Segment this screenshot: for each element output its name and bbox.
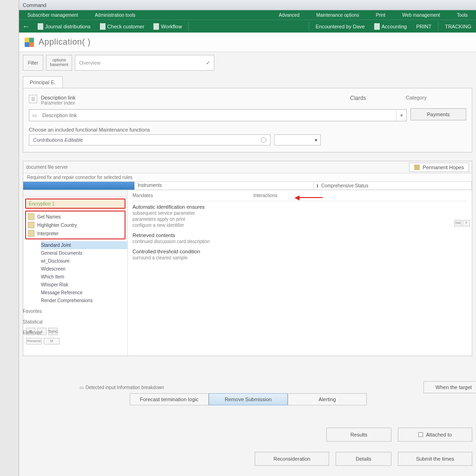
tree-item[interactable]: Get Names <box>26 212 125 221</box>
toolbar: Filter options basement Overview ✓ <box>23 55 472 71</box>
tree-item[interactable]: Widescreen <box>41 265 127 273</box>
window-titlebar: Command <box>19 0 476 10</box>
content-col-header: Interactions <box>253 193 467 201</box>
rename-button[interactable]: Rename <box>26 338 42 344</box>
tree-item[interactable]: Whisper Risk <box>41 281 127 289</box>
bottom-tab[interactable]: Alerting <box>288 393 367 405</box>
submit-button[interactable]: Submit the times <box>398 452 472 466</box>
ribbon: Subscriber management Administration too… <box>19 10 476 33</box>
ribbon-tab[interactable]: Print <box>368 13 394 18</box>
ribbon-cmd[interactable]: Encountered by Dave <box>311 24 370 29</box>
overview-field[interactable]: Overview ✓ <box>75 55 214 71</box>
ribbon-cmd[interactable]: Workflow <box>149 23 186 30</box>
panel-subheading: Parameter index <box>41 100 76 106</box>
check-icon: ✓ <box>206 60 210 66</box>
description-input[interactable] <box>40 110 396 121</box>
ribbon-cmd[interactable]: Check customer <box>95 23 149 30</box>
options-button[interactable]: options basement <box>46 55 72 71</box>
tree-item[interactable]: Highlighter Country <box>26 221 125 229</box>
tree-item[interactable]: wl_Disclosure <box>41 257 127 265</box>
editor-content: Mandates Interactions Automatic identifi… <box>128 190 472 356</box>
field-icon: ▭ <box>29 110 40 121</box>
ribbon-cmd[interactable]: PRINT <box>411 24 436 29</box>
doc-icon <box>374 23 380 30</box>
status-label: ▭ Detected input Information breakdown <box>79 385 164 390</box>
folder-icon <box>28 222 34 228</box>
target-button[interactable]: When the target <box>423 381 476 393</box>
main-panel: ☰ Description link Parameter index Clard… <box>23 88 472 152</box>
clear-icon[interactable] <box>261 137 266 143</box>
doc-icon <box>38 23 43 30</box>
editor-subhead: Required fix and repair connector for se… <box>23 173 472 182</box>
ribbon-tab[interactable]: Administration tools <box>86 13 144 18</box>
tree-item[interactable]: Interpreter <box>26 229 125 238</box>
tree-list: Standard Joint General Documents wl_Disc… <box>41 241 127 304</box>
content-line: Automatic identification ensures <box>132 204 467 210</box>
editor-head-label: document file server <box>26 165 68 170</box>
content-section: Controlled threshold condition <box>132 249 467 254</box>
secondary-dropdown[interactable]: ▾ <box>274 134 321 145</box>
col-header[interactable]: Instruments <box>135 182 314 190</box>
tree-item[interactable]: Which Item <box>41 273 127 281</box>
content-sub: configure a new identifier <box>132 223 467 228</box>
statistical-label: Statistical <box>23 319 79 324</box>
ribbon-tab[interactable]: Tools <box>449 13 476 18</box>
ribbon-cmd[interactable]: Accounting <box>370 23 411 30</box>
content-col-header: Mandates <box>132 193 253 201</box>
panel-heading: Description link <box>41 95 76 100</box>
folder-icon <box>28 230 34 237</box>
tree-selected-item[interactable]: Encryption 1 <box>25 198 126 209</box>
content-sub: subsequent service parameter <box>132 211 467 216</box>
permanent-hopes-button[interactable]: Permanent Hopes <box>409 163 469 172</box>
tree-item[interactable]: Standard Joint <box>41 241 127 249</box>
ribbon-cmd[interactable]: Journal distributions <box>33 23 95 30</box>
panel-icon: ☰ <box>29 95 37 103</box>
folder-icon <box>28 213 34 220</box>
star-icon <box>414 165 420 170</box>
filter-button[interactable]: Filter <box>23 55 43 71</box>
ribbon-tab[interactable]: Maintenance options <box>308 13 367 18</box>
app-logo-icon <box>25 38 34 47</box>
panel-col-label: Category <box>406 95 466 106</box>
ribbon-cmd[interactable]: TRACKING <box>440 24 476 29</box>
info-icon: ▭ <box>79 385 84 390</box>
m-button[interactable]: M <box>44 338 60 344</box>
editor-panel: document file server Permanent Hopes Req… <box>23 161 472 356</box>
content-sub: surround a cleared sample <box>132 255 467 260</box>
tree-highlight-group: Get Names Highlighter Country Interprete… <box>25 211 126 239</box>
doc-icon <box>100 23 106 30</box>
page-header: Application( ) <box>19 33 476 52</box>
page-title: Application( ) <box>39 37 91 47</box>
back-button[interactable]: ← <box>19 22 33 31</box>
bottom-tab[interactable]: Forecast termination logic <box>130 393 209 405</box>
panel-col-label: Clards <box>322 95 406 106</box>
dropdown-icon[interactable]: ▾ <box>396 110 406 121</box>
content-sub: parameters apply on print <box>132 217 467 222</box>
tree-item[interactable]: Message Reference <box>41 289 127 297</box>
col-header[interactable]: ℹComprehensive Status <box>314 182 472 190</box>
ribbon-tab[interactable]: Web management <box>394 13 449 18</box>
attached-to-button[interactable]: Attached to <box>398 428 472 442</box>
subtab-principal[interactable]: Principal E. <box>23 76 63 88</box>
doc-icon <box>153 23 159 30</box>
col-header-selected[interactable] <box>23 182 135 190</box>
reconsideration-button[interactable]: Reconsideration <box>255 452 329 466</box>
contributions-field[interactable]: Contributions Editable <box>29 134 271 145</box>
ribbon-tab[interactable]: Advanced <box>271 13 308 18</box>
details-button[interactable]: Details <box>336 452 391 466</box>
favorites-label: Favorites <box>23 309 79 314</box>
sub-label: Choose an included functional Maintenanc… <box>29 127 466 132</box>
content-sub: continued discussion card description <box>132 239 467 244</box>
payments-button[interactable]: Payments <box>410 108 466 120</box>
results-button[interactable]: Results <box>326 428 391 442</box>
tree-item[interactable]: General Documents <box>41 249 127 257</box>
content-section: Retrieved contents <box>132 232 467 238</box>
bottom-tab-active[interactable]: Remove Submission <box>209 393 288 405</box>
checkbox-icon <box>418 432 423 437</box>
ribbon-tab[interactable]: Subscriber management <box>19 13 86 18</box>
eliminate-label: Eliminate <box>23 330 79 335</box>
